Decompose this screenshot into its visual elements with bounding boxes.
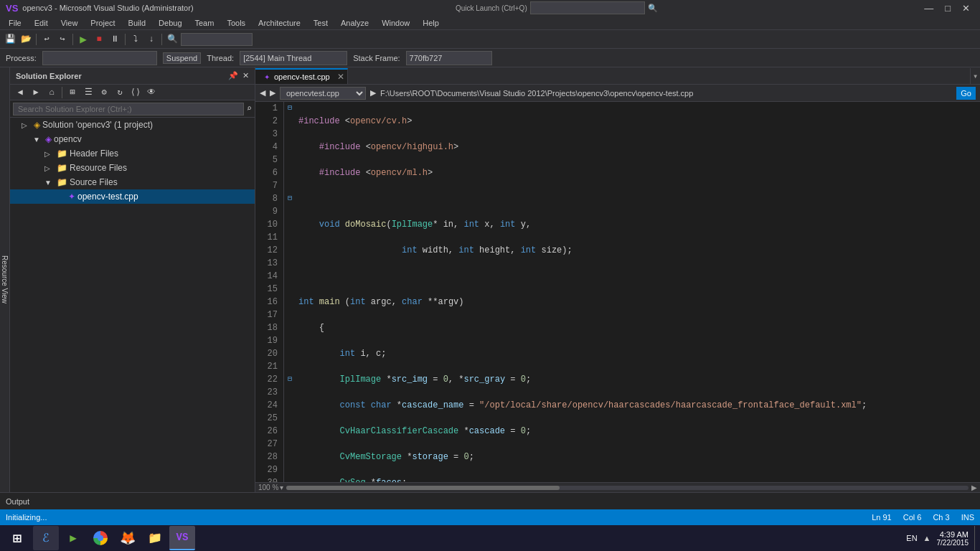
suspend-button[interactable]: Suspend <box>163 52 201 64</box>
tree-item-resource-files[interactable]: ▷ 📁 Resource Files <box>10 161 255 175</box>
show-desktop-btn[interactable] <box>974 526 977 550</box>
se-filter-btn[interactable]: ⟨⟩ <box>128 85 143 100</box>
toolbar-search-btn[interactable]: 🔍 <box>165 32 179 47</box>
se-header: Solution Explorer 📌 ✕ <box>10 67 255 85</box>
chrome-button[interactable] <box>88 526 113 550</box>
search-icon[interactable]: 🔍 <box>648 4 658 13</box>
menu-test[interactable]: Test <box>308 17 334 29</box>
se-show-all-btn[interactable]: ☰ <box>81 85 95 100</box>
toolbar-open-btn[interactable]: 📂 <box>19 32 33 47</box>
se-home-btn[interactable]: ⌂ <box>44 85 59 100</box>
tree-item-source-files[interactable]: ▼ 📁 Source Files <box>10 175 255 189</box>
taskbar-time-date[interactable]: 4:39 AM 7/22/2015 <box>937 530 969 547</box>
zoom-dropdown[interactable]: ▾ <box>280 484 283 491</box>
tree-item-opencv[interactable]: ▼ ◈ opencv <box>10 132 255 146</box>
process-bar: Process: Suspend Thread: Stack Frame: <box>0 49 980 67</box>
nav-file-dropdown[interactable]: opencvtest.cpp <box>280 87 366 100</box>
menu-help[interactable]: Help <box>417 17 445 29</box>
tab-overflow-btn[interactable]: ▾ <box>970 68 980 84</box>
minimize-button[interactable]: — <box>920 3 938 14</box>
tree-item-solution[interactable]: ▷ ◈ Solution 'opencv3' (1 project) <box>10 118 255 132</box>
menu-analyze[interactable]: Analyze <box>335 17 374 29</box>
toolbar-step-in-btn[interactable]: ↓ <box>144 32 159 47</box>
tab-file-icon: ✦ <box>264 73 270 81</box>
close-button[interactable]: ✕ <box>958 3 974 14</box>
scroll-right-btn[interactable]: ▶ <box>971 484 977 491</box>
taskbar-up-arrow[interactable]: ▲ <box>923 534 931 542</box>
nav-back-arrow[interactable]: ◀ <box>260 88 265 98</box>
code-line-14: CvMemStorage *storage = 0; <box>298 451 980 463</box>
se-forward-btn[interactable]: ▶ <box>29 85 43 100</box>
se-refresh-btn[interactable]: ↻ <box>113 85 127 100</box>
tree-item-header-files[interactable]: ▷ 📁 Header Files <box>10 146 255 161</box>
se-pin-button[interactable]: 📌 <box>228 71 238 80</box>
maximize-button[interactable]: □ <box>941 3 955 14</box>
menu-debug[interactable]: Debug <box>153 17 187 29</box>
toolbar-search-input[interactable] <box>181 33 253 46</box>
code-line-3: #include <opencv/ml.h> <box>298 166 980 179</box>
thread-input[interactable] <box>240 51 347 65</box>
quick-launch-input[interactable] <box>530 1 645 14</box>
solution-explorer: Solution Explorer 📌 ✕ ◀ ▶ ⌂ ⊞ ☰ ⚙ ↻ ⟨⟩ 👁… <box>10 67 255 492</box>
toolbar-undo-btn[interactable]: ↩ <box>39 32 54 47</box>
menu-view[interactable]: View <box>55 17 84 29</box>
menu-architecture[interactable]: Architecture <box>253 17 306 29</box>
toolbar-run-btn[interactable]: ▶ <box>76 32 90 47</box>
taskbar: ⊞ ℰ ▶ 🦊 📁 VS EN ▲ 4:39 AM <box>0 525 980 551</box>
ie-button[interactable]: ℰ <box>33 526 59 550</box>
toolbar-pause-btn[interactable]: ⏸ <box>108 32 122 47</box>
collapse-1[interactable]: ⊟ <box>284 102 296 115</box>
chrome-icon <box>93 531 108 545</box>
nav-bar: ◀ ▶ opencvtest.cpp ▶ F:\Users\ROOT\Docum… <box>255 85 980 102</box>
tab-close-btn[interactable]: ✕ <box>337 72 344 82</box>
visual-studio-button[interactable]: VS <box>169 526 195 550</box>
code-line-2: #include <opencv/highgui.h> <box>298 141 980 154</box>
se-back-btn[interactable]: ◀ <box>13 85 27 100</box>
toolbar-save-btn[interactable]: 💾 <box>3 32 17 47</box>
menu-tools[interactable]: Tools <box>221 17 251 29</box>
menu-project[interactable]: Project <box>85 17 121 29</box>
process-label: Process: <box>6 54 37 62</box>
horizontal-scrollbar[interactable] <box>286 486 969 490</box>
menu-bar: File Edit View Project Build Debug Team … <box>0 16 980 30</box>
menu-team[interactable]: Team <box>189 17 220 29</box>
opencv-expand-icon: ▼ <box>33 136 43 143</box>
collapse-22[interactable]: ⊟ <box>284 373 296 386</box>
resource-view-tab[interactable]: Resource View <box>0 67 10 492</box>
media-player-button[interactable]: ▶ <box>60 526 86 550</box>
menu-window[interactable]: Window <box>376 17 415 29</box>
code-lines[interactable]: #include <opencv/cv.h> #include <opencv/… <box>296 102 980 482</box>
toolbar-step-over-btn[interactable]: ⤵ <box>128 32 143 47</box>
tree-item-opencv-test[interactable]: ✦ opencv-test.cpp <box>10 189 255 204</box>
process-input[interactable] <box>42 51 157 65</box>
menu-edit[interactable]: Edit <box>29 17 54 29</box>
se-view-btn[interactable]: 👁 <box>144 85 159 100</box>
stack-frame-input[interactable] <box>406 51 492 65</box>
se-close-button[interactable]: ✕ <box>242 71 249 80</box>
toolbar-redo-btn[interactable]: ↪ <box>55 32 70 47</box>
menu-file[interactable]: File <box>3 17 27 29</box>
editor-area: ✦ opencv-test.cpp ✕ ▾ ◀ ▶ opencvtest.cpp… <box>255 67 980 492</box>
menu-build[interactable]: Build <box>123 17 151 29</box>
resource-folder-icon: 📁 <box>57 163 67 173</box>
se-search: ⌕ <box>10 100 255 118</box>
taskbar-lang[interactable]: EN <box>906 534 917 542</box>
se-new-solution-btn[interactable]: ⊞ <box>65 85 80 100</box>
status-ch: Ch 3 <box>933 513 949 522</box>
file-explorer-button[interactable]: 📁 <box>142 526 168 550</box>
se-search-icon[interactable]: ⌕ <box>247 103 252 114</box>
firefox-button[interactable]: 🦊 <box>115 526 141 550</box>
toolbar-sep-3 <box>125 34 126 45</box>
code-line-11: IplImage *src_img = 0, *src_gray = 0; <box>298 373 980 386</box>
collapse-8[interactable]: ⊟ <box>284 192 296 205</box>
tab-bar: ✦ opencv-test.cpp ✕ ▾ <box>255 67 980 85</box>
nav-go-button[interactable]: Go <box>956 87 976 100</box>
code-editor[interactable]: 12345 678910 1112131415 1617181920 21222… <box>255 102 980 482</box>
toolbar-stop-btn[interactable]: ■ <box>92 32 106 47</box>
se-search-input[interactable] <box>13 103 244 116</box>
start-button[interactable]: ⊞ <box>3 526 32 550</box>
nav-forward-arrow[interactable]: ▶ <box>270 88 275 98</box>
editor-tab-opencv[interactable]: ✦ opencv-test.cpp ✕ <box>255 68 348 84</box>
se-properties-btn[interactable]: ⚙ <box>97 85 111 100</box>
code-line-12: const char *cascade_name = "/opt/local/s… <box>298 399 980 412</box>
